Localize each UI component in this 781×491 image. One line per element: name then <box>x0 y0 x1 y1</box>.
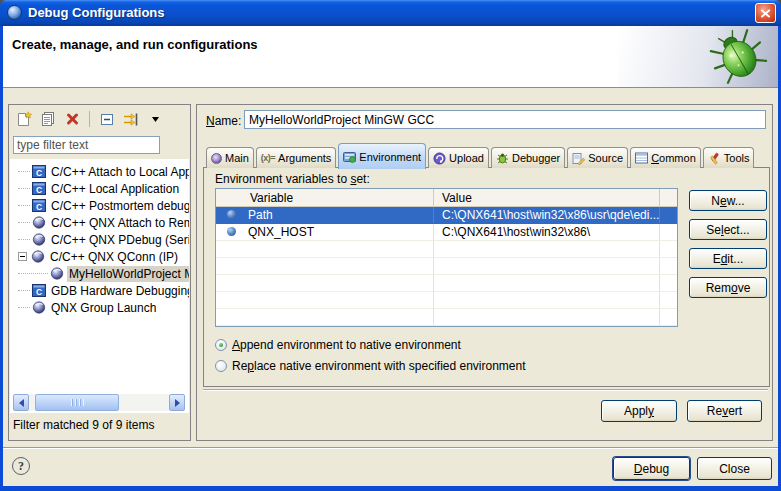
column-header-variable[interactable]: Variable <box>216 189 434 206</box>
tab-upload[interactable]: Upload <box>428 147 489 168</box>
tree-item[interactable]: MyHelloWorldProject Mi <box>10 265 189 282</box>
close-button[interactable]: Close <box>697 457 772 480</box>
qnx-orb-icon <box>31 216 46 229</box>
scroll-left-button[interactable] <box>13 394 29 411</box>
beetle-image <box>708 28 770 86</box>
radio-append-environment[interactable]: Append environment to native environment <box>215 338 461 352</box>
help-button[interactable]: ? <box>12 457 30 475</box>
tree-item[interactable]: C/C++ QNX PDebug (Serial <box>10 231 189 248</box>
table-body: PathC:\QNX641\host\win32\x86\usr\qde\edi… <box>216 207 677 326</box>
tree-expander-minus-icon[interactable] <box>18 252 27 261</box>
dialog-footer: ? Debug Close <box>3 447 778 486</box>
qnx-orb-icon <box>31 233 46 246</box>
tab-bar: Main(x)=ArgumentsEnvironmentUploadDebugg… <box>206 142 756 168</box>
tree-item[interactable]: C/C++ QNX Attach to Rem <box>10 214 189 231</box>
tree-connector <box>18 222 30 223</box>
new-variable-button[interactable]: New... <box>689 190 767 211</box>
revert-button[interactable]: Revert <box>687 400 762 422</box>
tab-main[interactable]: Main <box>206 147 254 168</box>
tab-tools[interactable]: Tools <box>703 147 755 168</box>
tree-item[interactable]: CGDB Hardware Debugging <box>10 282 189 299</box>
tree-item[interactable]: C/C++ QNX QConn (IP) <box>10 248 189 265</box>
tree-connector <box>18 273 48 274</box>
delete-configuration-button[interactable] <box>62 109 83 130</box>
new-configuration-button[interactable] <box>14 109 35 130</box>
radio-button-icon <box>215 360 227 372</box>
apply-button[interactable]: Apply <box>601 400 677 422</box>
filter-input[interactable] <box>13 136 160 154</box>
tree-item[interactable]: QNX Group Launch <box>10 299 189 316</box>
tab-label: Tools <box>724 152 750 164</box>
tree-item-label: MyHelloWorldProject Mi <box>67 266 189 282</box>
toolbar-separator <box>89 111 90 127</box>
window-icon[interactable] <box>7 5 22 20</box>
scrollbar-thumb[interactable] <box>35 394 119 411</box>
tools-tab-icon <box>708 152 721 165</box>
filter-configurations-button[interactable] <box>120 109 142 130</box>
empty-table-row <box>216 241 677 258</box>
filler-cell <box>660 224 677 240</box>
window-title: Debug Configurations <box>28 5 165 20</box>
name-label: Name: <box>206 114 241 128</box>
collapse-all-icon <box>99 112 115 127</box>
tree-item[interactable]: CC/C++ Postmortem debugg <box>10 197 189 214</box>
delete-config-icon <box>65 112 80 126</box>
env-var-row[interactable]: QNX_HOSTC:\QNX641\host\win32\x86\ <box>216 224 677 241</box>
env-var-row[interactable]: PathC:\QNX641\host\win32\x86\usr\qde\edi… <box>216 207 677 224</box>
tab-source[interactable]: Source <box>567 147 628 168</box>
tree-item-label: C/C++ QNX Attach to Rem <box>49 215 189 231</box>
tree-item-label: C/C++ Attach to Local App <box>49 164 189 180</box>
page-title: Create, manage, and run configurations <box>12 37 258 52</box>
tab-common[interactable]: Common <box>630 147 701 168</box>
column-header-filler <box>660 189 677 206</box>
tree-item-label: C/C++ Postmortem debugg <box>49 198 189 214</box>
tab-debugger[interactable]: Debugger <box>491 147 565 168</box>
tab-label: Debugger <box>512 152 560 164</box>
window-close-button[interactable] <box>755 3 776 23</box>
collapse-all-button[interactable] <box>96 109 117 130</box>
filter-menu-button[interactable] <box>145 109 166 130</box>
separator <box>203 389 768 391</box>
variable-cell: QNX_HOST <box>216 224 434 240</box>
svg-text:C: C <box>35 185 41 195</box>
value-cell: C:\QNX641\host\win32\x86\usr\qde\edi... <box>434 207 660 223</box>
tab-environment[interactable]: Environment <box>338 143 426 169</box>
env-variables-table: VariableValue PathC:\QNX641\host\win32\x… <box>215 188 678 327</box>
duplicate-configuration-button[interactable] <box>38 109 59 130</box>
tree-item[interactable]: CC/C++ Local Application <box>10 180 189 197</box>
tree-connector <box>18 307 30 308</box>
radio-label: Replace native environment with specifie… <box>232 359 526 373</box>
radio-label: Append environment to native environment <box>232 338 461 352</box>
column-header-value[interactable]: Value <box>434 189 660 206</box>
name-input[interactable] <box>244 110 766 129</box>
tree-item[interactable]: CC/C++ Attach to Local App <box>10 163 189 180</box>
debug-configurations-dialog: Debug Configurations Create, manage, and… <box>0 0 781 491</box>
qnx-orb-icon <box>49 267 64 280</box>
tree-horizontal-scrollbar[interactable] <box>13 394 185 411</box>
scroll-right-button[interactable] <box>169 394 185 411</box>
tree-item-label: C/C++ QNX PDebug (Serial <box>49 232 189 248</box>
filter-status-text: Filter matched 9 of 9 items <box>13 418 154 432</box>
variable-cell: Path <box>216 207 434 223</box>
debugger-tab-icon <box>496 152 509 165</box>
edit-variable-button[interactable]: Edit... <box>689 248 767 269</box>
tab-label: Environment <box>359 151 421 163</box>
source-tab-icon <box>572 152 585 165</box>
remove-variable-button[interactable]: Remove <box>689 277 767 298</box>
radio-replace-environment[interactable]: Replace native environment with specifie… <box>215 359 526 373</box>
env-var-icon <box>227 210 236 219</box>
debug-button[interactable]: Debug <box>613 457 690 480</box>
question-icon: ? <box>18 459 24 474</box>
tree-area: CC/C++ Attach to Local AppCC/C++ Local A… <box>10 159 189 413</box>
scrollbar-track[interactable] <box>29 394 169 411</box>
env-var-icon <box>227 227 236 236</box>
thumb-grip-icon <box>71 399 84 406</box>
common-tab-icon <box>635 152 648 164</box>
select-variable-button[interactable]: Select... <box>689 219 767 240</box>
environment-tab-content: Environment variables to set: VariableVa… <box>203 167 770 387</box>
configurations-panel: CC/C++ Attach to Local AppCC/C++ Local A… <box>8 104 191 441</box>
tab-arguments[interactable]: (x)=Arguments <box>256 147 336 168</box>
tree-connector <box>18 171 30 172</box>
c-app-icon: C <box>31 199 46 212</box>
empty-table-row <box>216 275 677 292</box>
